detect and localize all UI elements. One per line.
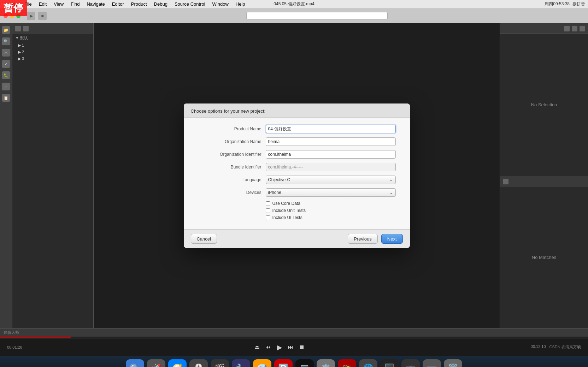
org-identifier-row: Organization Identifier — [198, 150, 396, 159]
time-display: 周四09:53:38 — [545, 1, 570, 7]
language-select[interactable]: Objective-C Swift — [266, 176, 396, 184]
footer-right: Previous Next — [348, 234, 402, 244]
toolbar: ▶ ■ — [0, 8, 588, 23]
menu-navigate[interactable]: Navigate — [85, 1, 106, 7]
dock-app1[interactable]: 🐲 — [338, 359, 356, 367]
devices-row: Devices iPhone iPad Universal — [198, 188, 396, 197]
play-pause-button[interactable]: ▶ — [277, 343, 282, 351]
menu-window[interactable]: Window — [211, 1, 230, 7]
menu-right: 周四09:53:38 接拼音 — [545, 1, 585, 7]
inspector-bottom-icon[interactable] — [503, 179, 508, 184]
core-data-label: Use Core Data — [272, 201, 300, 206]
eject-button[interactable]: ⏏ — [254, 344, 260, 350]
new-project-modal: Choose options for your new project: Pro… — [184, 103, 410, 248]
menubar: Xcode File Edit View Find Navigate Edito… — [0, 0, 588, 8]
dock: 🔍 🚀 🧭 🖱️ 🎬 🔧 💎 🅿️ 💻 ⚙️ 🐲 🌐 🖥️ 📺 📺 🗑️ — [0, 356, 588, 367]
product-name-label: Product Name — [198, 126, 261, 131]
unit-tests-checkbox[interactable] — [266, 208, 270, 213]
nav-item-2[interactable]: ▶ 2 — [12, 49, 93, 55]
dock-system-prefs[interactable]: ⚙️ — [317, 359, 335, 367]
previous-button[interactable]: Previous — [348, 234, 378, 244]
sidebar-icon-debug[interactable]: 🐛 — [2, 71, 10, 79]
modal-header: Choose options for your new project: — [184, 103, 410, 118]
sidebar-icon-source[interactable]: ↑ — [2, 83, 10, 90]
stop-button[interactable]: ⏹ — [299, 344, 305, 350]
cancel-button[interactable]: Cancel — [191, 234, 217, 244]
dock-app4[interactable]: 📺 — [401, 359, 420, 367]
kmplayer-badge: 暂停 — [0, 0, 27, 16]
status-text: 建筑大师 — [4, 330, 19, 335]
bundle-identifier-label: Bundle Identifier — [198, 165, 261, 170]
menu-help[interactable]: Help — [234, 1, 247, 7]
prev-button[interactable]: ⏮ — [265, 344, 271, 350]
org-name-input[interactable] — [266, 137, 396, 146]
language-row: Language Objective-C Swift — [198, 176, 396, 184]
dock-photobooth[interactable]: 🎬 — [211, 359, 229, 367]
menu-edit[interactable]: Edit — [37, 1, 48, 7]
inspector-file-icon[interactable] — [564, 26, 570, 31]
core-data-checkbox[interactable] — [266, 201, 270, 206]
window-title: 045 05-偏好设置.mp4 — [274, 1, 314, 7]
nav-back-icon[interactable] — [15, 26, 21, 31]
stop-button[interactable]: ■ — [38, 12, 47, 20]
video-progress-fill — [0, 337, 71, 338]
sidebar-icon-log[interactable]: 📋 — [2, 94, 10, 102]
org-name-label: Organization Name — [198, 139, 261, 144]
dock-app5[interactable]: 📺 — [423, 359, 441, 367]
no-selection-text: No Selection — [500, 34, 588, 176]
devices-select[interactable]: iPhone iPad Universal — [266, 188, 396, 197]
menu-source-control[interactable]: Source Control — [173, 1, 207, 7]
nav-forward-icon[interactable] — [23, 26, 29, 31]
next-button[interactable]: Next — [381, 234, 403, 244]
sidebar-icon-warning[interactable]: ⚠ — [2, 49, 10, 57]
org-name-row: Organization Name — [198, 137, 396, 146]
dock-terminal[interactable]: 💻 — [295, 359, 314, 367]
dock-mouse[interactable]: 🖱️ — [189, 359, 208, 367]
input-source[interactable]: 接拼音 — [572, 1, 585, 7]
menu-editor[interactable]: Editor — [111, 1, 125, 7]
video-progress-bar-container[interactable] — [0, 337, 588, 338]
play-button[interactable]: ▶ — [27, 12, 35, 20]
nav-item-1[interactable]: ▶ 1 — [12, 42, 93, 49]
no-matches-text: No Matches — [500, 187, 588, 328]
menu-product[interactable]: Product — [130, 1, 148, 7]
sidebar-icon-test[interactable]: ✓ — [2, 60, 10, 68]
devices-select-wrapper: iPhone iPad Universal — [266, 188, 396, 197]
inspector-bottom-toolbar — [500, 176, 588, 187]
language-label: Language — [198, 177, 261, 182]
dock-safari[interactable]: 🧭 — [168, 359, 187, 367]
dock-launchpad[interactable]: 🚀 — [147, 359, 165, 367]
menu-find[interactable]: Find — [69, 1, 81, 7]
dock-finder[interactable]: 🔍 — [126, 359, 144, 367]
dock-trash[interactable]: 🗑️ — [444, 359, 462, 367]
bundle-identifier-row: Bundle Identifier — [198, 163, 396, 171]
ui-tests-checkbox[interactable] — [266, 215, 270, 220]
nav-item-3[interactable]: ▶ 3 — [12, 55, 93, 62]
next-button[interactable]: ⏭ — [288, 344, 293, 350]
unit-tests-row: Include Unit Tests — [266, 208, 396, 213]
inspector-toolbar — [500, 23, 588, 34]
menu-items: Xcode File Edit View Find Navigate Edito… — [3, 1, 247, 7]
dock-sketch[interactable]: 💎 — [253, 359, 271, 367]
ide-layout: 📁 🔍 ⚠ ✓ 🐛 ↑ 📋 ▼ 默认 ▶ 1 ▶ 2 ▶ 3 Choose op… — [0, 23, 588, 328]
menu-view[interactable]: View — [52, 1, 65, 7]
menu-debug[interactable]: Debug — [153, 1, 169, 7]
product-name-input[interactable] — [266, 125, 396, 133]
inspector-bracket-icon[interactable] — [572, 26, 577, 31]
org-identifier-label: Organization Identifier — [198, 152, 261, 157]
search-bar[interactable] — [246, 12, 388, 20]
editor-area: Choose options for your new project: Pro… — [94, 23, 500, 328]
org-identifier-input[interactable] — [266, 150, 396, 159]
dock-xcode[interactable]: 🔧 — [232, 359, 250, 367]
dock-app2[interactable]: 🌐 — [359, 359, 377, 367]
sidebar-icon-folder[interactable]: 📁 — [2, 26, 10, 34]
modal-body: Product Name Organization Name Organizat… — [184, 118, 410, 229]
navigator-panel: ▼ 默认 ▶ 1 ▶ 2 ▶ 3 — [12, 23, 94, 328]
total-time: 00:12:10 — [531, 344, 546, 350]
sidebar-icon-search[interactable]: 🔍 — [2, 37, 10, 45]
dock-app3[interactable]: 🖥️ — [380, 359, 399, 367]
dock-ppx[interactable]: 🅿️ — [274, 359, 293, 367]
inspector-panel: No Selection No Matches — [500, 23, 588, 328]
bottom-status-bar: 建筑大师 — [0, 328, 588, 337]
inspector-gear-icon[interactable] — [580, 26, 585, 31]
